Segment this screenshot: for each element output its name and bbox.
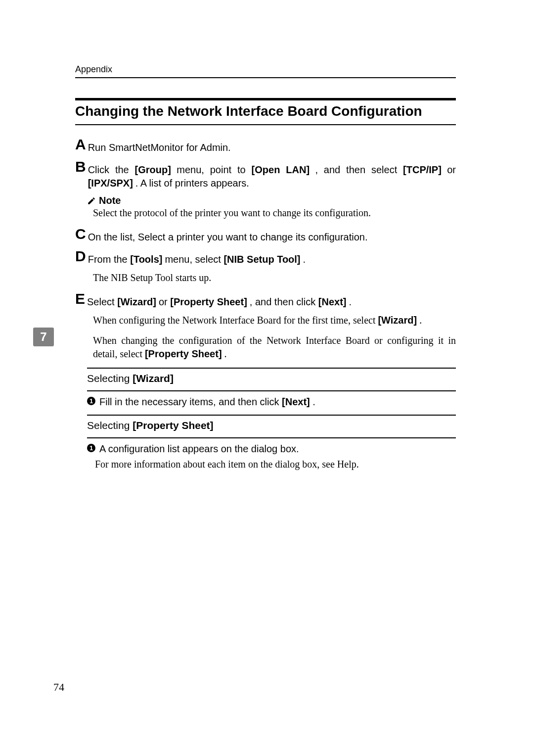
ui-ref: [Wizard]	[378, 315, 417, 326]
ui-ref: [Wizard]	[133, 373, 174, 384]
propsheet-follow: For more information about each item on …	[95, 458, 456, 471]
step-b-text: Click the [Group] menu, point to [Open L…	[88, 159, 456, 190]
manual-page: Appendix Changing the Network Interface …	[0, 0, 534, 756]
step-d-text: From the [Tools] menu, select [NIB Setup…	[88, 249, 456, 266]
ui-ref: [Property Sheet]	[133, 420, 213, 431]
step-letter: C	[75, 227, 86, 241]
content-area: Appendix Changing the Network Interface …	[75, 64, 456, 471]
ui-ref: [Next]	[318, 296, 347, 307]
divider	[87, 368, 456, 369]
propsheet-bullet-text: A configuration list appears on the dial…	[99, 442, 456, 456]
text: or	[447, 164, 456, 175]
text: Fill in the necessary items, and then cl…	[99, 396, 282, 407]
text: Selecting	[87, 420, 133, 431]
title-rule	[75, 98, 456, 100]
text: .	[224, 348, 227, 359]
divider	[87, 437, 456, 438]
step-d: D From the [Tools] menu, select [NIB Set…	[75, 249, 456, 266]
text: .	[349, 296, 352, 307]
text: .	[303, 254, 306, 265]
propsheet-bullet: 1 A configuration list appears on the di…	[87, 442, 456, 456]
step-letter: A	[75, 137, 86, 152]
step-letter: E	[75, 291, 85, 306]
step-a: A Run SmartNetMonitor for Admin.	[75, 137, 456, 154]
ui-ref: [Property Sheet]	[145, 348, 222, 359]
pencil-icon	[87, 196, 96, 205]
step-d-follow: The NIB Setup Tool starts up.	[93, 271, 456, 284]
divider	[87, 415, 456, 416]
bullet-number-icon: 1	[87, 397, 95, 405]
ui-ref: [Property Sheet]	[170, 296, 247, 307]
divider	[87, 390, 456, 391]
step-e-text: Select [Wizard] or [Property Sheet] , an…	[87, 291, 456, 309]
step-e-follow1: When configuring the Network Interface B…	[93, 314, 456, 327]
ui-ref: [Open LAN]	[252, 164, 310, 175]
text: , and then click	[250, 296, 318, 307]
text: menu, select	[165, 254, 223, 265]
note-body: Select the protocol of the printer you w…	[93, 206, 456, 220]
wizard-bullet-text: Fill in the necessary items, and then cl…	[99, 395, 456, 409]
step-e: E Select [Wizard] or [Property Sheet] , …	[75, 291, 456, 309]
wizard-subhead: Selecting [Wizard]	[87, 373, 456, 384]
ui-ref: [Wizard]	[117, 296, 156, 307]
step-c-text: On the list, Select a printer you want t…	[88, 227, 456, 244]
wizard-bullet: 1 Fill in the necessary items, and then …	[87, 395, 456, 409]
text: From the	[88, 254, 131, 265]
text: .	[312, 396, 315, 407]
ui-ref: [Next]	[282, 396, 310, 407]
running-header: Appendix	[75, 64, 456, 78]
note-header: Note	[87, 195, 456, 206]
text: .	[419, 315, 422, 326]
step-letter: D	[75, 249, 86, 264]
ui-ref: [NIB Setup Tool]	[223, 254, 300, 265]
ui-ref: [Group]	[135, 164, 171, 175]
text: menu, point to	[177, 164, 251, 175]
text: Select	[87, 296, 117, 307]
text: or	[159, 296, 170, 307]
text: . A list of printers appears.	[135, 178, 249, 189]
chapter-tab: 7	[33, 328, 54, 346]
step-c: C On the list, Select a printer you want…	[75, 227, 456, 244]
text: Selecting	[87, 373, 133, 384]
ui-ref: [IPX/SPX]	[88, 178, 133, 189]
text: Click the	[88, 164, 135, 175]
note-label: Note	[99, 195, 121, 206]
text: When configuring the Network Interface B…	[93, 315, 378, 326]
step-a-text: Run SmartNetMonitor for Admin.	[88, 137, 456, 154]
propsheet-subhead: Selecting [Property Sheet]	[87, 420, 456, 431]
step-b: B Click the [Group] menu, point to [Open…	[75, 159, 456, 190]
page-title: Changing the Network Interface Board Con…	[75, 103, 456, 125]
text: , and then select	[315, 164, 403, 175]
step-e-follow2: When changing the configuration of the N…	[93, 334, 456, 361]
ui-ref: [Tools]	[130, 254, 162, 265]
bullet-number-icon: 1	[87, 444, 95, 452]
page-number: 74	[53, 681, 64, 694]
ui-ref: [TCP/IP]	[403, 164, 442, 175]
step-letter: B	[75, 159, 86, 174]
